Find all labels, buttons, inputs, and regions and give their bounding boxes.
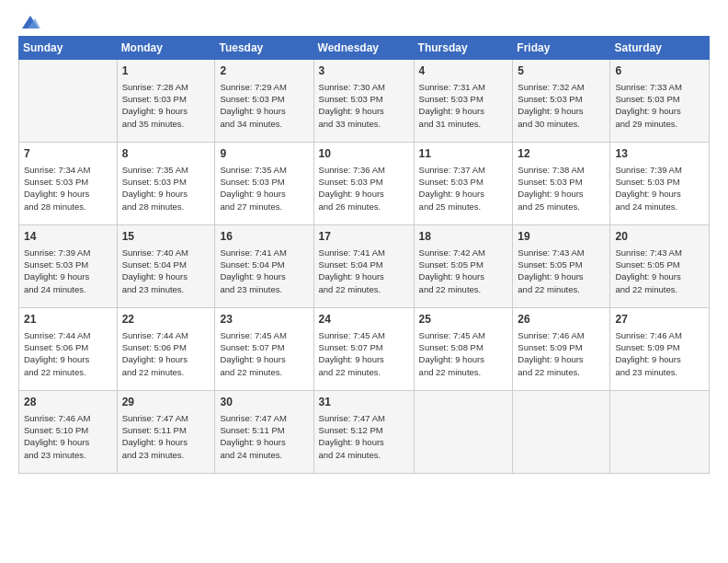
weekday-saturday: Saturday [610,37,710,60]
calendar-cell: 2Sunrise: 7:29 AMSunset: 5:03 PMDaylight… [215,60,313,143]
calendar-cell: 3Sunrise: 7:30 AMSunset: 5:03 PMDaylight… [313,60,414,143]
day-number: 18 [419,229,508,245]
day-info: Sunrise: 7:35 AMSunset: 5:03 PMDaylight:… [220,164,308,213]
calendar-cell: 6Sunrise: 7:33 AMSunset: 5:03 PMDaylight… [610,60,710,143]
day-info: Sunrise: 7:30 AMSunset: 5:03 PMDaylight:… [319,81,409,130]
day-number: 14 [24,229,112,245]
calendar-cell: 9Sunrise: 7:35 AMSunset: 5:03 PMDaylight… [215,143,313,225]
day-info: Sunrise: 7:39 AMSunset: 5:03 PMDaylight:… [24,247,112,295]
calendar-cell: 7Sunrise: 7:34 AMSunset: 5:03 PMDaylight… [19,143,118,225]
day-info: Sunrise: 7:43 AMSunset: 5:05 PMDaylight:… [518,247,605,295]
calendar-cell: 10Sunrise: 7:36 AMSunset: 5:03 PMDayligh… [313,143,414,225]
day-number: 28 [24,395,112,410]
day-info: Sunrise: 7:46 AMSunset: 5:09 PMDaylight:… [518,329,605,378]
calendar-cell: 15Sunrise: 7:40 AMSunset: 5:04 PMDayligh… [117,225,215,308]
day-number: 11 [419,146,508,162]
calendar-cell [610,391,710,474]
calendar-cell: 19Sunrise: 7:43 AMSunset: 5:05 PMDayligh… [513,225,610,308]
day-info: Sunrise: 7:35 AMSunset: 5:03 PMDaylight:… [122,164,210,213]
day-number: 2 [220,63,308,79]
day-number: 20 [615,229,704,245]
day-number: 22 [122,312,210,327]
calendar-cell: 28Sunrise: 7:46 AMSunset: 5:10 PMDayligh… [19,391,118,474]
day-info: Sunrise: 7:43 AMSunset: 5:05 PMDaylight:… [615,247,704,295]
week-row-4: 21Sunrise: 7:44 AMSunset: 5:06 PMDayligh… [19,308,710,391]
calendar-cell: 23Sunrise: 7:45 AMSunset: 5:07 PMDayligh… [215,308,313,391]
day-info: Sunrise: 7:47 AMSunset: 5:11 PMDaylight:… [122,412,210,461]
calendar-cell: 16Sunrise: 7:41 AMSunset: 5:04 PMDayligh… [215,225,313,308]
day-number: 27 [615,312,704,327]
day-number: 25 [419,312,508,327]
header [18,14,710,27]
weekday-thursday: Thursday [414,37,513,60]
calendar-cell: 18Sunrise: 7:42 AMSunset: 5:05 PMDayligh… [414,225,513,308]
day-info: Sunrise: 7:41 AMSunset: 5:04 PMDaylight:… [220,247,308,295]
day-info: Sunrise: 7:46 AMSunset: 5:09 PMDaylight:… [615,329,704,378]
day-number: 9 [220,146,308,162]
day-number: 24 [319,312,409,327]
calendar-cell: 8Sunrise: 7:35 AMSunset: 5:03 PMDaylight… [117,143,215,225]
day-number: 30 [220,395,308,410]
day-info: Sunrise: 7:44 AMSunset: 5:06 PMDaylight:… [122,329,210,378]
day-number: 23 [220,312,308,327]
day-info: Sunrise: 7:34 AMSunset: 5:03 PMDaylight:… [24,164,112,213]
calendar-cell: 20Sunrise: 7:43 AMSunset: 5:05 PMDayligh… [610,225,710,308]
weekday-sunday: Sunday [19,37,118,60]
calendar-cell: 13Sunrise: 7:39 AMSunset: 5:03 PMDayligh… [610,143,710,225]
calendar-cell: 14Sunrise: 7:39 AMSunset: 5:03 PMDayligh… [19,225,118,308]
day-info: Sunrise: 7:32 AMSunset: 5:03 PMDaylight:… [518,81,605,130]
day-number: 16 [220,229,308,245]
day-number: 6 [615,63,704,79]
calendar: SundayMondayTuesdayWednesdayThursdayFrid… [18,36,710,474]
calendar-cell: 29Sunrise: 7:47 AMSunset: 5:11 PMDayligh… [117,391,215,474]
day-info: Sunrise: 7:31 AMSunset: 5:03 PMDaylight:… [419,81,508,130]
calendar-cell: 30Sunrise: 7:47 AMSunset: 5:11 PMDayligh… [215,391,313,474]
day-number: 12 [518,146,605,162]
calendar-cell [414,391,513,474]
calendar-cell: 17Sunrise: 7:41 AMSunset: 5:04 PMDayligh… [313,225,414,308]
weekday-friday: Friday [513,37,610,60]
week-row-3: 14Sunrise: 7:39 AMSunset: 5:03 PMDayligh… [19,225,710,308]
calendar-cell: 4Sunrise: 7:31 AMSunset: 5:03 PMDaylight… [414,60,513,143]
day-info: Sunrise: 7:28 AMSunset: 5:03 PMDaylight:… [122,81,210,130]
logo [18,14,40,27]
week-row-2: 7Sunrise: 7:34 AMSunset: 5:03 PMDaylight… [19,143,710,225]
calendar-cell: 31Sunrise: 7:47 AMSunset: 5:12 PMDayligh… [313,391,414,474]
day-info: Sunrise: 7:40 AMSunset: 5:04 PMDaylight:… [122,247,210,295]
day-info: Sunrise: 7:46 AMSunset: 5:10 PMDaylight:… [24,412,112,461]
weekday-wednesday: Wednesday [313,37,414,60]
day-number: 3 [319,63,409,79]
calendar-cell: 26Sunrise: 7:46 AMSunset: 5:09 PMDayligh… [513,308,610,391]
day-number: 4 [419,63,508,79]
day-number: 1 [122,63,210,79]
calendar-cell: 12Sunrise: 7:38 AMSunset: 5:03 PMDayligh… [513,143,610,225]
weekday-monday: Monday [117,37,215,60]
day-info: Sunrise: 7:47 AMSunset: 5:12 PMDaylight:… [319,412,409,461]
calendar-cell: 5Sunrise: 7:32 AMSunset: 5:03 PMDaylight… [513,60,610,143]
day-number: 7 [24,146,112,162]
day-info: Sunrise: 7:42 AMSunset: 5:05 PMDaylight:… [419,247,508,295]
day-info: Sunrise: 7:44 AMSunset: 5:06 PMDaylight:… [24,329,112,378]
day-info: Sunrise: 7:39 AMSunset: 5:03 PMDaylight:… [615,164,704,213]
day-number: 10 [319,146,409,162]
weekday-header-row: SundayMondayTuesdayWednesdayThursdayFrid… [19,37,710,60]
day-number: 17 [319,229,409,245]
day-info: Sunrise: 7:29 AMSunset: 5:03 PMDaylight:… [220,81,308,130]
day-number: 26 [518,312,605,327]
day-info: Sunrise: 7:41 AMSunset: 5:04 PMDaylight:… [319,247,409,295]
day-number: 21 [24,312,112,327]
day-number: 31 [319,395,409,410]
calendar-cell: 11Sunrise: 7:37 AMSunset: 5:03 PMDayligh… [414,143,513,225]
day-number: 15 [122,229,210,245]
day-info: Sunrise: 7:38 AMSunset: 5:03 PMDaylight:… [518,164,605,213]
weekday-tuesday: Tuesday [215,37,313,60]
calendar-cell: 1Sunrise: 7:28 AMSunset: 5:03 PMDaylight… [117,60,215,143]
week-row-5: 28Sunrise: 7:46 AMSunset: 5:10 PMDayligh… [19,391,710,474]
day-info: Sunrise: 7:47 AMSunset: 5:11 PMDaylight:… [220,412,308,461]
calendar-cell: 27Sunrise: 7:46 AMSunset: 5:09 PMDayligh… [610,308,710,391]
day-number: 13 [615,146,704,162]
day-info: Sunrise: 7:45 AMSunset: 5:07 PMDaylight:… [220,329,308,378]
calendar-cell [513,391,610,474]
week-row-1: 1Sunrise: 7:28 AMSunset: 5:03 PMDaylight… [19,60,710,143]
calendar-cell [19,60,118,143]
